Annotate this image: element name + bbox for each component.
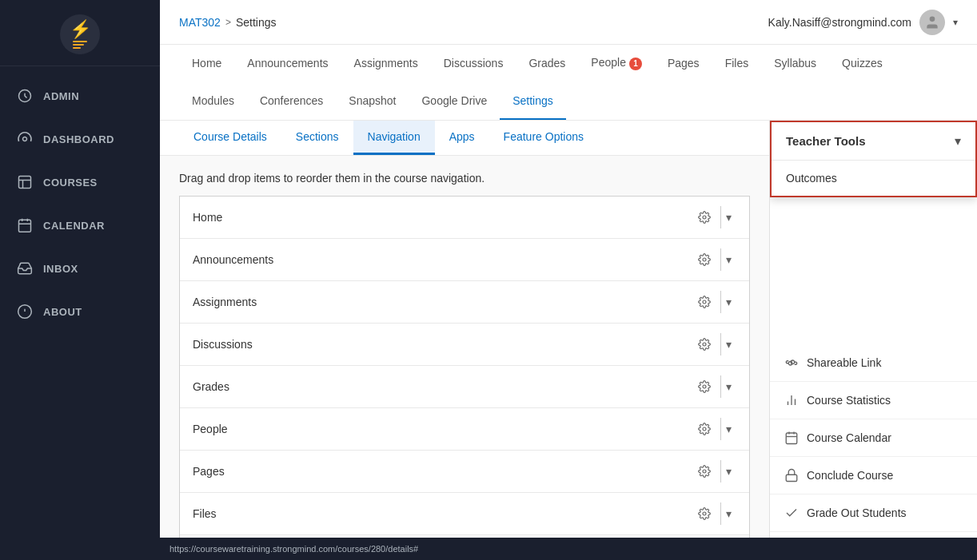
sidebar-item-calendar[interactable]: CALENDAR (0, 204, 160, 247)
rs-item-label: Course Statistics (807, 394, 891, 407)
logo-lines (73, 41, 87, 49)
nav-item-caret-btn[interactable]: ▾ (720, 418, 736, 440)
tab-syllabus[interactable]: Syllabus (761, 46, 829, 82)
calendar-icon (16, 216, 34, 234)
rs-item-label: Course Calendar (807, 431, 891, 444)
nav-item-controls: ▾ (693, 291, 736, 313)
nav-list-item[interactable]: Assignments ▾ (180, 281, 749, 324)
rs-item-label: Shareable Link (807, 356, 881, 369)
nav-item-controls: ▾ (693, 206, 736, 228)
nav-item-caret-btn[interactable]: ▾ (720, 333, 736, 355)
subtab-course-details[interactable]: Course Details (179, 121, 281, 155)
rs-item-conclude_course[interactable]: Conclude Course (770, 457, 977, 494)
tab-discussions[interactable]: Discussions (431, 46, 516, 82)
nav-item-caret-btn[interactable]: ▾ (720, 460, 736, 483)
tab-announcements[interactable]: Announcements (234, 46, 341, 82)
tt-outcomes-label: Outcomes (786, 172, 961, 185)
courses-icon (16, 173, 34, 191)
nav-item-controls: ▾ (693, 333, 736, 355)
user-avatar[interactable] (919, 10, 945, 35)
tab-conferences[interactable]: Conferences (247, 83, 336, 120)
teacher-tools-dropdown: Teacher Tools ▾ Outcomes (770, 121, 977, 197)
tab-quizzes[interactable]: Quizzes (829, 46, 895, 82)
sidebar-item-inbox[interactable]: INBOX (0, 247, 160, 290)
sidebar-item-about[interactable]: ABOUT (0, 290, 160, 333)
nav-item-gear-btn[interactable] (693, 206, 716, 228)
tab-home[interactable]: Home (179, 46, 234, 82)
sidebar-item-label-calendar: CALENDAR (43, 220, 105, 232)
teacher-tools-chevron: ▾ (955, 133, 961, 149)
course-nav-tabs: Home Announcements Assignments Discussio… (160, 45, 977, 121)
bar-chart-icon (784, 393, 799, 407)
nav-item-gear-btn[interactable] (693, 291, 716, 313)
nav-item-label: Assignments (193, 296, 257, 308)
sidebar-item-courses[interactable]: COURSES (0, 161, 160, 204)
content-wrapper: Course Details Sections Navigation Apps … (160, 121, 977, 538)
rs-item-shareable_link[interactable]: Shareable Link (770, 344, 977, 382)
nav-item-gear-btn[interactable] (693, 375, 716, 398)
sidebar-item-label-courses: COURSES (43, 177, 98, 189)
tab-pages[interactable]: Pages (655, 46, 712, 82)
nav-item-caret-btn[interactable]: ▾ (720, 375, 736, 398)
tab-grades[interactable]: Grades (516, 46, 578, 82)
subtabs: Course Details Sections Navigation Apps … (160, 121, 769, 156)
rs-item-course_statistics[interactable]: Course Statistics (770, 382, 977, 419)
nav-item-gear-btn[interactable] (693, 460, 716, 483)
nav-item-label: Home (193, 211, 222, 224)
nav-item-gear-btn[interactable] (693, 333, 716, 355)
nav-item-controls: ▾ (693, 248, 736, 271)
breadcrumb-course-link[interactable]: MAT302 (179, 16, 221, 29)
tab-google-drive[interactable]: Google Drive (409, 83, 500, 120)
nav-item-caret-btn[interactable]: ▾ (720, 502, 736, 525)
svg-point-23 (791, 360, 795, 364)
nav-item-caret-btn[interactable]: ▾ (720, 248, 736, 271)
sidebar-item-label-about: ABOUT (43, 306, 82, 318)
rs-item-label: Conclude Course (807, 469, 893, 482)
app-logo: ⚡ (60, 14, 100, 54)
lock-icon (784, 468, 799, 483)
nav-list-item[interactable]: Files ▾ (180, 493, 749, 535)
sidebar-item-dashboard[interactable]: DASHBOARD (0, 117, 160, 161)
tab-files[interactable]: Files (712, 46, 762, 82)
subtab-navigation[interactable]: Navigation (353, 121, 435, 155)
rs-item-grade_out_students[interactable]: Grade Out Students (770, 494, 977, 532)
tab-assignments[interactable]: Assignments (341, 46, 431, 82)
nav-item-caret-btn[interactable]: ▾ (720, 206, 736, 228)
subtab-feature-options[interactable]: Feature Options (489, 121, 598, 155)
svg-point-1 (23, 137, 27, 141)
teacher-tools-header[interactable]: Teacher Tools ▾ (772, 122, 975, 160)
breadcrumb: MAT302 > Settings (179, 16, 276, 29)
calendar-icon (784, 431, 799, 445)
teacher-tools-body: Outcomes (772, 160, 975, 196)
people-badge: 1 (629, 58, 642, 70)
tab-people[interactable]: People1 (578, 45, 655, 83)
svg-rect-2 (19, 177, 31, 189)
nav-list-item[interactable]: Discussions ▾ (180, 324, 749, 366)
nav-list-item[interactable]: Grades ▾ (180, 366, 749, 408)
nav-list-item[interactable]: Home ▾ (180, 197, 749, 239)
tab-people-label: People (591, 56, 626, 69)
tab-snapshot[interactable]: Snapshot (336, 83, 409, 120)
nav-item-gear-btn[interactable] (693, 248, 716, 271)
rs-item-course_calendar[interactable]: Course Calendar (770, 419, 977, 457)
subtab-apps[interactable]: Apps (435, 121, 489, 155)
nav-item-label: People (193, 423, 228, 435)
sidebar-item-admin[interactable]: ADMIN (0, 74, 160, 117)
rs-item-delete_course[interactable]: Delete this Course (770, 532, 977, 538)
nav-item-gear-btn[interactable] (693, 502, 716, 525)
tab-settings[interactable]: Settings (500, 83, 566, 120)
tab-modules[interactable]: Modules (179, 83, 247, 120)
tt-item-outcomes[interactable]: Outcomes (772, 161, 975, 196)
nav-item-label: Announcements (193, 253, 273, 266)
subtab-sections[interactable]: Sections (281, 121, 353, 155)
svg-point-12 (703, 385, 706, 388)
nav-list-item[interactable]: Pages ▾ (180, 451, 749, 493)
user-menu-chevron[interactable]: ▾ (953, 17, 958, 28)
sidebar-item-label-admin: ADMIN (43, 90, 79, 102)
content-main: Course Details Sections Navigation Apps … (160, 121, 769, 538)
nav-list-item[interactable]: Announcements ▾ (180, 239, 749, 281)
nav-item-caret-btn[interactable]: ▾ (720, 291, 736, 313)
nav-item-gear-btn[interactable] (693, 418, 716, 440)
nav-list-item[interactable]: People ▾ (180, 408, 749, 451)
teacher-tools-title: Teacher Tools (786, 134, 865, 148)
